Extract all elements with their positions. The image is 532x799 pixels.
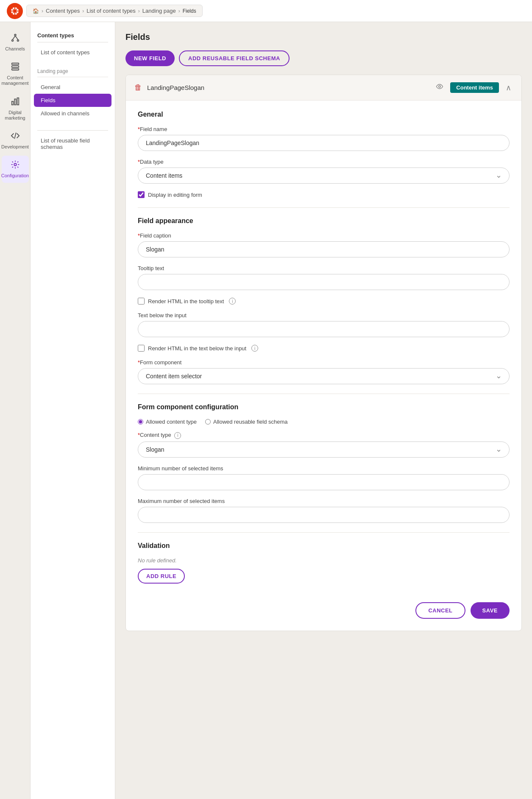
sidebar-item-content-management[interactable]: Content management: [2, 58, 29, 90]
render-html-tooltip-checkbox[interactable]: [138, 298, 145, 305]
field-group-min-items: Minimum number of selected items: [138, 465, 510, 490]
display-in-form-row: Display in editing form: [138, 191, 510, 198]
text-below-input[interactable]: [138, 321, 510, 337]
render-html-tooltip-row: Render HTML in the tooltip text i: [138, 298, 510, 305]
svg-rect-14: [11, 101, 13, 105]
field-group-caption: *Field caption: [138, 232, 510, 257]
save-button[interactable]: SAVE: [471, 602, 510, 619]
radio-schema[interactable]: [205, 419, 211, 425]
content-type-select[interactable]: Slogan: [138, 441, 510, 458]
field-name-input[interactable]: [138, 135, 510, 151]
render-html-below-checkbox[interactable]: [138, 345, 145, 352]
nav-item-allowed-channels[interactable]: Allowed in channels: [34, 107, 111, 120]
section-validation-title: Validation: [138, 542, 510, 550]
radio-content-type[interactable]: [138, 419, 143, 425]
field-name-label: *Field name: [138, 126, 510, 132]
logo-icon[interactable]: [7, 3, 23, 19]
tooltip-label: Tooltip text: [138, 265, 510, 271]
svg-point-19: [439, 86, 441, 88]
breadcrumb-sep2: ›: [82, 8, 84, 14]
breadcrumb-landing[interactable]: Landing page: [142, 8, 176, 14]
tooltip-input[interactable]: [138, 274, 510, 290]
preview-icon[interactable]: [434, 81, 445, 94]
svg-rect-12: [11, 66, 19, 67]
content-type-info-icon[interactable]: i: [174, 432, 181, 439]
configuration-icon: [11, 160, 20, 171]
new-field-button[interactable]: NEW FIELD: [125, 50, 175, 66]
sidebar-item-channels[interactable]: Channels: [2, 29, 29, 56]
configuration-label: Configuration: [1, 173, 29, 179]
sidebar-item-digital-marketing[interactable]: Digital marketing: [2, 92, 29, 125]
data-type-label: *Data type: [138, 159, 510, 165]
nav-item-general[interactable]: General: [34, 81, 111, 94]
nav-panel: Content types List of content types Land…: [31, 22, 115, 799]
render-html-tooltip-info-icon[interactable]: i: [229, 298, 236, 305]
svg-rect-16: [17, 98, 19, 105]
required-star: *: [138, 126, 140, 132]
max-items-input[interactable]: [138, 507, 510, 523]
min-items-label: Minimum number of selected items: [138, 465, 510, 472]
breadcrumb-sep4: ›: [178, 8, 180, 14]
collapse-icon[interactable]: ∧: [504, 81, 513, 94]
radio-content-type-label: Allowed content type: [146, 419, 197, 425]
text-below-label: Text below the input: [138, 312, 510, 318]
page-title: Fields: [125, 32, 522, 42]
svg-point-18: [14, 163, 17, 166]
cancel-button[interactable]: CANCEL: [415, 602, 465, 619]
delete-field-icon[interactable]: 🗑: [134, 83, 142, 92]
field-group-tooltip: Tooltip text: [138, 265, 510, 290]
display-in-form-checkbox[interactable]: [138, 191, 145, 198]
max-items-label: Maximum number of selected items: [138, 498, 510, 504]
field-group-max-items: Maximum number of selected items: [138, 498, 510, 523]
section-general-title: General: [138, 111, 510, 118]
content-management-label: Content management: [1, 75, 28, 86]
render-html-below-label: Render HTML in the text below the input: [148, 345, 246, 352]
svg-rect-11: [11, 63, 19, 65]
caption-label: *Field caption: [138, 232, 510, 239]
content-management-icon: [11, 62, 20, 73]
section-form-config-title: Form component configuration: [138, 403, 510, 411]
sidebar-item-development[interactable]: Development: [2, 127, 29, 154]
svg-point-6: [14, 34, 16, 36]
form-component-label: *Form component: [138, 359, 510, 366]
caption-input[interactable]: [138, 241, 510, 257]
form-component-select[interactable]: Content item selector: [138, 368, 510, 384]
svg-rect-13: [11, 69, 19, 70]
svg-line-10: [15, 36, 18, 39]
nav-section-content-types: Content types: [31, 29, 115, 40]
add-rule-button[interactable]: ADD RULE: [138, 569, 185, 584]
data-type-select[interactable]: Content items: [138, 168, 510, 184]
radio-schema-label: Allowed reusable field schema: [213, 419, 288, 425]
sidebar-item-configuration[interactable]: Configuration: [2, 156, 29, 183]
min-items-input[interactable]: [138, 474, 510, 490]
divider-3: [138, 532, 510, 533]
field-group-form-component: *Form component Content item selector: [138, 359, 510, 384]
render-html-below-info-icon[interactable]: i: [251, 345, 258, 352]
channels-icon: [11, 33, 20, 45]
digital-marketing-icon: [11, 97, 20, 108]
sidebar: Channels Content management Digital mark…: [0, 22, 31, 799]
main-content: Fields NEW FIELD ADD REUSABLE FIELD SCHE…: [115, 22, 532, 799]
nav-item-list-content-types[interactable]: List of content types: [34, 46, 111, 59]
breadcrumb-current: Fields: [183, 8, 196, 14]
breadcrumb-home-icon[interactable]: 🏠: [33, 8, 39, 14]
field-card-header: 🗑 LandingPageSlogan Content items ∧: [126, 75, 521, 101]
radio-group-config: Allowed content type Allowed reusable fi…: [138, 419, 510, 425]
render-html-below-row: Render HTML in the text below the input …: [138, 345, 510, 352]
nav-sub-divider: [37, 77, 108, 77]
breadcrumb-sep3: ›: [138, 8, 140, 14]
breadcrumb-list[interactable]: List of content types: [86, 8, 136, 14]
section-appearance-title: Field appearance: [138, 217, 510, 225]
toolbar: NEW FIELD ADD REUSABLE FIELD SCHEMA: [125, 50, 522, 66]
add-schema-button[interactable]: ADD REUSABLE FIELD SCHEMA: [179, 50, 290, 66]
nav-item-fields[interactable]: Fields: [34, 94, 111, 107]
content-type-label: *Content type i: [138, 432, 510, 439]
breadcrumb-content-types[interactable]: Content types: [46, 8, 80, 14]
nav-item-reusable-schemas[interactable]: List of reusable field schemas: [34, 134, 111, 154]
content-items-badge: Content items: [450, 82, 499, 93]
radio-schema-option: Allowed reusable field schema: [205, 419, 288, 425]
digital-marketing-label: Digital marketing: [5, 110, 25, 121]
nav-divider-1: [37, 42, 108, 42]
channels-label: Channels: [5, 46, 25, 52]
svg-point-7: [11, 40, 13, 42]
